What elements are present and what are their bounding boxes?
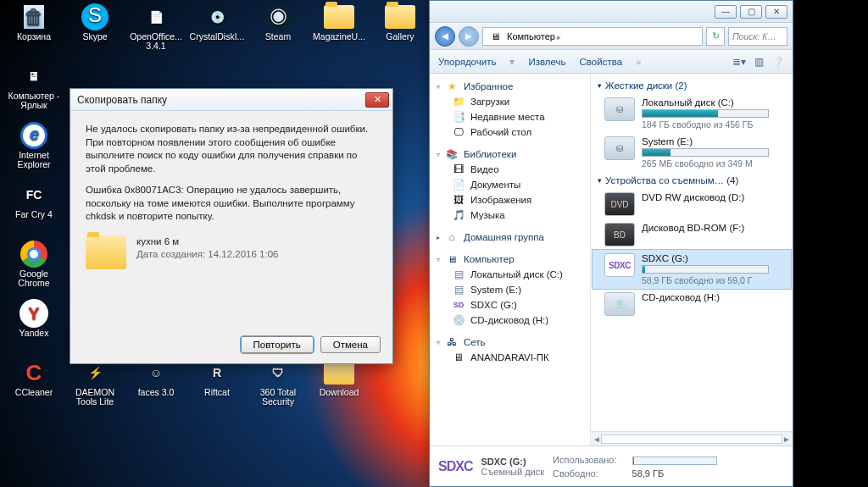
nav-network-pc[interactable]: 🖥ANANDARAVI-ПК — [433, 350, 587, 365]
desktop-icon-label: Корзина — [17, 32, 51, 42]
desktop-icon[interactable]: Internet Explorer — [3, 120, 64, 178]
desktop-icon[interactable]: YYandex — [3, 298, 64, 356]
desktop-icon[interactable]: 🛡360 Total Security — [248, 357, 309, 415]
nav-downloads[interactable]: Загрузки — [433, 94, 587, 109]
nav-libraries-header[interactable]: ▿Библиотеки — [433, 147, 587, 162]
category-hdd[interactable]: ▾Жесткие диски (2) — [593, 77, 791, 94]
view-options-icon[interactable]: ≣▾ — [732, 56, 746, 68]
nav-music[interactable]: 🎵Музыка — [433, 208, 587, 223]
help-icon[interactable]: ❔ — [772, 56, 784, 68]
dialog-folder-name: кухни 6 м — [136, 235, 278, 249]
desktop-icon[interactable]: FCFar Cry 4 — [3, 180, 64, 237]
toolbar-properties[interactable]: Свойства — [580, 57, 623, 67]
dialog-message-1: Не удалось скопировать папку из-за непре… — [86, 123, 377, 175]
status-used-label: Использовано: — [553, 455, 617, 467]
desktop-icon[interactable]: Gallery — [370, 2, 431, 59]
desktop-icon-label: faces 3.0 — [138, 388, 175, 397]
preview-pane-icon[interactable]: ▥ — [754, 56, 764, 68]
desktop-icon[interactable]: 💿CrystalDiskI... — [186, 2, 248, 59]
drive-e[interactable]: ⛁ System (E:) 265 МБ свободно из 349 М — [593, 133, 791, 172]
nav-homegroup-header[interactable]: ▸Домашняя группа — [433, 230, 587, 245]
refresh-button[interactable]: ↻ — [706, 27, 725, 46]
status-sdxc-icon: SDXC — [438, 459, 472, 474]
desktop-icon[interactable]: 🗑Корзина — [3, 2, 64, 59]
horizontal-scrollbar[interactable]: ◄► — [591, 431, 793, 445]
desktop-icon[interactable]: ◉Steam — [248, 2, 309, 59]
nav-video[interactable]: 🎞Видео — [433, 162, 587, 177]
nav-drive-g[interactable]: SDSDXC (G:) — [433, 297, 587, 313]
hdd-icon: ⛁ — [604, 97, 635, 121]
nav-drive-c[interactable]: Локальный диск (C:) — [433, 267, 587, 282]
desktop-icon-label: Far Cry 4 — [15, 210, 53, 219]
nav-computer-header[interactable]: ▿Компьютер — [433, 252, 587, 267]
explorer-nav-pane: ▿Избранное Загрузки 📑Недавние места 🖵Раб… — [430, 74, 591, 445]
desktop-icon[interactable]: Google Chrome — [3, 239, 64, 296]
desktop-icon[interactable]: RRiftcat — [186, 357, 248, 415]
desktop-icon-label: MagazineU... — [313, 32, 365, 42]
nav-favorites-header[interactable]: ▿Избранное — [433, 79, 587, 94]
nav-back-button[interactable]: ◄ — [435, 26, 455, 47]
drive-g[interactable]: SDXC SDXC (G:) 58,9 ГБ свободно из 59,0 … — [593, 250, 791, 289]
status-used-bar — [632, 457, 717, 465]
search-input[interactable]: Поиск: К… — [728, 27, 787, 46]
dialog-message-2: Ошибка 0x80071AC3: Операцию не удалось з… — [86, 184, 377, 224]
nav-pics[interactable]: 🖼Изображения — [433, 192, 587, 208]
nav-drive-h[interactable]: 💿CD-дисковод (H:) — [433, 313, 587, 328]
nav-network-header[interactable]: ▿Сеть — [433, 335, 587, 350]
nav-drive-e[interactable]: System (E:) — [433, 282, 587, 297]
dialog-titlebar[interactable]: Скопировать папку ✕ — [70, 89, 392, 111]
bd-icon: BD — [604, 223, 635, 246]
breadcrumb-computer[interactable]: Компьютер — [507, 31, 561, 42]
hdd-icon: ⛁ — [604, 136, 635, 160]
explorer-address-row: ◄ ► Компьютер ↻ Поиск: К… — [430, 23, 793, 50]
computer-icon — [488, 30, 502, 42]
nav-desktop[interactable]: 🖵Рабочий стол — [433, 125, 587, 140]
desktop-icon-label: Yandex — [19, 329, 49, 338]
desktop-icon[interactable]: CCCleaner — [3, 357, 64, 415]
desktop-icon[interactable]: 📄OpenOffice... 3.4.1 — [125, 2, 186, 59]
desktop-icon[interactable]: ⚡DAEMON Tools Lite — [64, 357, 125, 415]
nav-recent[interactable]: 📑Недавние места — [433, 109, 587, 125]
maximize-button[interactable]: ▢ — [740, 5, 762, 19]
desktop-icon-label: Steam — [265, 32, 291, 42]
explorer-status-bar: SDXC SDXC (G:) Съемный диск Использовано… — [430, 445, 793, 486]
dialog-file-block: кухни 6 м Дата создания: 14.12.2016 1:06 — [86, 235, 377, 269]
capacity-bar — [642, 265, 769, 274]
drive-f[interactable]: BD Дисковод BD-ROM (F:) — [593, 219, 791, 250]
desktop-icon-label: CCleaner — [15, 388, 53, 397]
drive-c[interactable]: ⛁ Локальный диск (C:) 184 ГБ свободно из… — [593, 94, 791, 133]
address-bar[interactable]: Компьютер — [482, 27, 703, 46]
drive-h[interactable]: 💿 CD-дисковод (H:) — [593, 289, 791, 319]
close-button[interactable]: ✕ — [765, 5, 787, 19]
explorer-content: ▾Жесткие диски (2) ⛁ Локальный диск (C:)… — [591, 74, 793, 445]
nav-docs[interactable]: 📄Документы — [433, 177, 587, 192]
explorer-titlebar[interactable]: — ▢ ✕ — [430, 1, 793, 23]
cd-icon: 💿 — [604, 292, 635, 316]
desktop-icon[interactable]: 🖥Компьютер - Ярлык — [3, 61, 64, 119]
explorer-toolbar: Упорядочить▾ Извлечь Свойства » ≣▾ ▥ ❔ — [430, 50, 793, 74]
dialog-close-button[interactable]: ✕ — [365, 92, 389, 108]
desktop-icon-label: DAEMON Tools Lite — [65, 388, 125, 407]
drive-d[interactable]: DVD DVD RW дисковод (D:) — [593, 189, 791, 219]
minimize-button[interactable]: — — [715, 5, 737, 19]
explorer-window: — ▢ ✕ ◄ ► Компьютер ↻ Поиск: К… Упорядоч… — [429, 0, 793, 487]
folder-icon — [86, 235, 126, 269]
desktop-icon[interactable]: SSkype — [64, 2, 125, 59]
cancel-button[interactable]: Отмена — [320, 336, 381, 353]
desktop[interactable]: 🗑КорзинаSSkype📄OpenOffice... 3.4.1💿Cryst… — [0, 0, 868, 487]
desktop-icon-label: OpenOffice... 3.4.1 — [126, 32, 186, 51]
desktop-icon[interactable]: MagazineU... — [309, 2, 370, 59]
desktop-icon[interactable]: Download — [309, 357, 370, 415]
toolbar-organize[interactable]: Упорядочить — [438, 57, 496, 67]
retry-button[interactable]: Повторить — [241, 336, 314, 353]
capacity-bar — [642, 148, 769, 157]
capacity-bar — [642, 109, 769, 118]
nav-forward-button[interactable]: ► — [459, 26, 479, 47]
desktop-icon-label: Download — [320, 388, 359, 397]
status-free-label: Свободно: — [553, 468, 617, 479]
category-removable[interactable]: ▾Устройства со съемным… (4) — [593, 172, 791, 189]
desktop-icon-label: Google Chrome — [4, 269, 64, 288]
desktop-icon-label: Компьютер - Ярлык — [4, 91, 64, 110]
toolbar-extract[interactable]: Извлечь — [528, 57, 565, 67]
desktop-icon[interactable]: ☺faces 3.0 — [125, 357, 186, 415]
